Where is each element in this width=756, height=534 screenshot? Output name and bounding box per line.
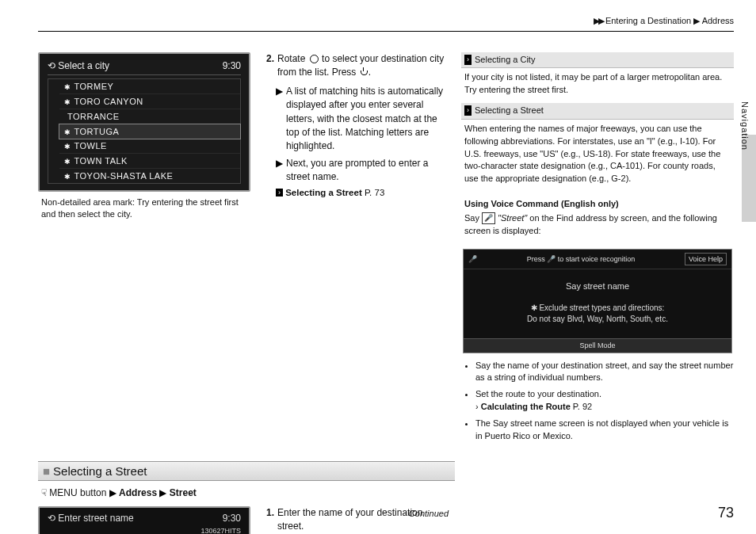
side-label: Navigation [740, 101, 750, 151]
bullet-item: The Say street name screen is not displa… [475, 418, 734, 442]
list-item: ✱TORMEY [59, 79, 240, 94]
note-body-city: If your city is not listed, it may be pa… [461, 71, 734, 103]
bullet-item: Set the route to your destination. › Cal… [475, 388, 734, 413]
voice-intro: Say 🎤 "Street" on the Find address by sc… [461, 212, 734, 244]
voice-screenshot: 🎤 Press 🎤 to start voice recognition Voi… [463, 249, 732, 353]
voice-heading: Using Voice Command (English only) [464, 198, 731, 210]
list-item: ✱TORO CANYON [59, 94, 240, 109]
step-2-sub2: ▶ Next, you are prompted to enter a stre… [276, 157, 445, 185]
note-icon: › [464, 55, 472, 65]
hand-icon: ☟ [41, 487, 47, 498]
note-body-street: When entering the names of major freeway… [461, 123, 734, 193]
link-icon: › [475, 402, 479, 411]
square-bullet-icon: ■ [43, 464, 50, 478]
section-heading: ■Selecting a Street [38, 461, 455, 481]
continued-label: Continued [38, 509, 734, 518]
bullet-item: Say the name of your destination street,… [475, 360, 734, 384]
list-item: ✱TOWN TALK [59, 154, 240, 169]
note-heading-street: ›Selecting a Street [461, 103, 734, 119]
city-shot-time: 9:30 [223, 60, 241, 71]
push-selector-icon [359, 67, 368, 77]
talk-icon: 🎤 [482, 212, 495, 224]
city-shot-title: Select a city [58, 60, 109, 71]
step-2: 2. Rotate to select your destination cit… [266, 52, 445, 80]
breadcrumb-part1: Entering a Destination [605, 16, 691, 25]
voice-help-button: Voice Help [685, 253, 727, 266]
step-number: 2. [266, 52, 274, 80]
list-item: TORRANCE [59, 109, 240, 124]
triangle-bullet-icon: ▶ [276, 157, 283, 185]
breadcrumb: ▶▶ Entering a Destination ▶ Address [38, 16, 734, 32]
list-item: ✱TOYON-SHASTA LAKE [59, 169, 240, 183]
voice-exclude-1: ✱ Exclude street types and directions: [464, 303, 731, 314]
city-shot-caption: Non-detailed area mark: Try entering the… [41, 196, 247, 221]
cross-ref: › Selecting a Street P. 73 [276, 188, 445, 197]
voice-mid-text: Say street name [464, 280, 731, 292]
note-heading-city: ›Selecting a City [461, 52, 734, 68]
voice-exclude-2: Do not say Blvd, Way, North, South, etc. [464, 314, 731, 325]
triangle-bullet-icon: ▶ [276, 85, 283, 154]
voice-press-text: Press 🎤 to start voice recognition [527, 254, 636, 265]
back-icon: ⟲ [48, 60, 55, 71]
hits-counter: 130627HITS [200, 527, 241, 534]
voice-bottom-bar: Spell Mode [464, 338, 731, 353]
talk-icon: 🎤 [468, 254, 477, 265]
city-list-screenshot: ⟲ Select a city 9:30 ✱TORMEY ✱TORO CANYO… [38, 52, 250, 192]
list-item-selected: ✱TORTUGA [59, 124, 241, 139]
rotate-dial-icon [308, 54, 319, 63]
link-icon: › [276, 189, 283, 196]
voice-bullets: Say the name of your destination street,… [461, 360, 734, 442]
list-item: ✱TOWLE [59, 139, 240, 154]
city-list: ✱TORMEY ✱TORO CANYON TORRANCE ✱TORTUGA ✱… [48, 78, 241, 184]
page-number: 73 [718, 505, 734, 521]
breadcrumb-arrows: ▶▶ [594, 16, 603, 25]
menu-path: ☟ MENU button ▶ Address ▶ Street [41, 487, 731, 498]
note-icon: › [464, 105, 472, 116]
breadcrumb-sep: ▶ [693, 16, 700, 25]
breadcrumb-part2: Address [702, 16, 734, 25]
step-2-sub1: ▶ A list of matching hits is automatical… [276, 85, 445, 154]
